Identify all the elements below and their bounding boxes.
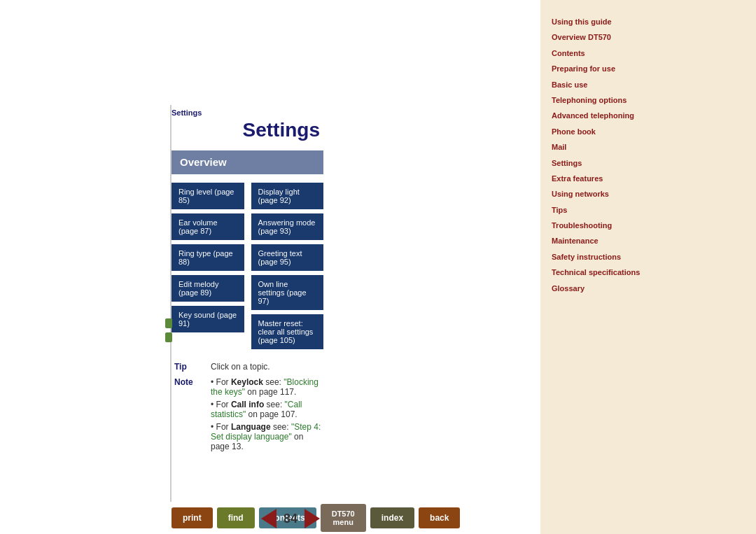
sidebar-item-maintenance[interactable]: Maintenance xyxy=(552,233,745,248)
right-buttons-col: Display light (page 92) Answering mode (… xyxy=(251,183,324,349)
tip-text: Click on a topic. xyxy=(211,362,270,372)
greeting-text-btn[interactable]: Greeting text (page 95) xyxy=(251,244,324,271)
sidebar-item-glossary[interactable]: Glossary xyxy=(552,281,745,296)
sidebar-item-mail[interactable]: Mail xyxy=(552,139,745,155)
find-button[interactable]: find xyxy=(217,507,255,528)
note-item-3: For Language see: "Step 4: Set display l… xyxy=(211,422,323,451)
note-row: Note For Keylock see: "Blocking the keys… xyxy=(174,377,323,454)
sidebar-item-telephoning-options[interactable]: Telephoning options xyxy=(552,92,745,108)
print-button[interactable]: print xyxy=(172,507,213,528)
note-label: Note xyxy=(174,377,211,387)
sidebar-item-troubleshooting[interactable]: Troubleshooting xyxy=(552,218,745,233)
page-container: Settings Settings Overview Ring level (p… xyxy=(0,0,756,534)
sidebar-item-contents[interactable]: Contents xyxy=(552,45,745,61)
next-page-arrow[interactable] xyxy=(304,509,320,528)
sidebar-item-preparing-for-use[interactable]: Preparing for use xyxy=(552,61,745,76)
sidebar-item-advanced-telephoning[interactable]: Advanced telephoning xyxy=(552,108,745,123)
note-bullets: For Keylock see: "Blocking the keys" on … xyxy=(211,377,323,454)
left-buttons-col: Ring level (page 85) Ear volume (page 87… xyxy=(172,183,244,349)
sidebar-item-technical-specifications[interactable]: Technical specifications xyxy=(552,265,745,280)
sidebar-item-overview-dt570[interactable]: Overview DT570 xyxy=(552,29,745,45)
tip-row: Tip Click on a topic. xyxy=(174,362,323,372)
dt570-menu-button[interactable]: DT570 menu xyxy=(321,504,366,532)
sidebar-item-phone-book[interactable]: Phone book xyxy=(552,124,745,139)
overview-title: Overview xyxy=(180,156,227,168)
sidebar-item-using-this-guide[interactable]: Using this guide xyxy=(552,14,745,29)
display-light-btn[interactable]: Display light (page 92) xyxy=(251,183,324,209)
edit-melody-btn[interactable]: Edit melody (page 89) xyxy=(172,275,244,302)
green-accent-2 xyxy=(165,332,172,342)
index-button[interactable]: index xyxy=(370,507,414,528)
ring-level-btn[interactable]: Ring level (page 85) xyxy=(172,183,244,209)
content-box: Overview Ring level (page 85) Ear volume… xyxy=(172,150,323,496)
buttons-grid: Ring level (page 85) Ear volume (page 87… xyxy=(172,183,323,349)
breadcrumb: Settings xyxy=(172,108,202,117)
answering-mode-btn[interactable]: Answering mode (page 93) xyxy=(251,213,324,240)
sidebar-item-extra-features[interactable]: Extra features xyxy=(552,171,745,186)
sidebar-item-tips[interactable]: Tips xyxy=(552,202,745,218)
right-sidebar: Using this guide Overview DT570 Contents… xyxy=(540,0,756,534)
back-button[interactable]: back xyxy=(419,507,460,528)
master-reset-btn[interactable]: Master reset: clear all settings (page 1… xyxy=(251,314,324,349)
sidebar-item-basic-use[interactable]: Basic use xyxy=(552,77,745,92)
note-item-1: For Keylock see: "Blocking the keys" on … xyxy=(211,377,323,397)
note-item-2: For Call info see: "Call statistics" on … xyxy=(211,400,323,419)
prev-page-arrow[interactable] xyxy=(261,509,276,528)
sidebar-item-settings[interactable]: Settings xyxy=(552,155,745,171)
ring-type-btn[interactable]: Ring type (page 88) xyxy=(172,244,244,271)
key-sound-btn[interactable]: Key sound (page 91) xyxy=(172,306,244,332)
page-number: 84 xyxy=(282,512,299,526)
page-number-area: 84 xyxy=(261,509,320,528)
tip-note-section: Tip Click on a topic. Note For Keylock s… xyxy=(172,362,323,454)
tip-label: Tip xyxy=(174,362,211,372)
sidebar-item-using-networks[interactable]: Using networks xyxy=(552,186,745,202)
page-title: Settings xyxy=(243,119,320,141)
main-content: Settings Settings Overview Ring level (p… xyxy=(0,0,540,534)
own-line-settings-btn[interactable]: Own line settings (page 97) xyxy=(251,275,324,310)
green-accent-1 xyxy=(165,318,172,328)
sidebar-item-safety-instructions[interactable]: Safety instructions xyxy=(552,249,745,265)
ear-volume-btn[interactable]: Ear volume (page 87) xyxy=(172,213,244,240)
overview-header: Overview xyxy=(172,150,323,174)
